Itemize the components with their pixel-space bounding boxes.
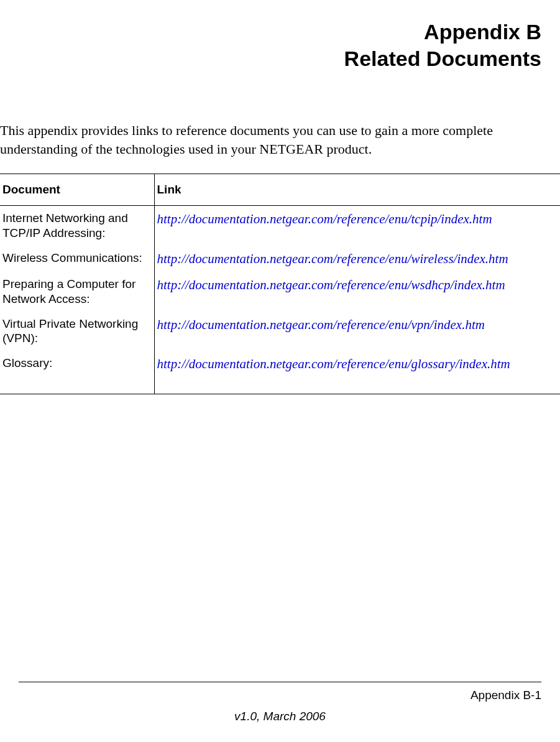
table-row: Glossary: http://documentation.netgear.c… <box>0 351 560 394</box>
doc-cell: Preparing a Computer for Network Access: <box>0 272 154 312</box>
link-cell[interactable]: http://documentation.netgear.com/referen… <box>154 312 560 351</box>
table-row: Wireless Communications: http://document… <box>0 246 560 272</box>
link-cell[interactable]: http://documentation.netgear.com/referen… <box>154 272 560 312</box>
table-row: Preparing a Computer for Network Access:… <box>0 272 560 312</box>
doc-cell: Virtual Private Networking (VPN): <box>0 312 154 351</box>
table-row: Internet Networking and TCP/IP Addressin… <box>0 206 560 246</box>
link-cell[interactable]: http://documentation.netgear.com/referen… <box>154 351 560 394</box>
footer-version: v1.0, March 2006 <box>19 710 541 723</box>
related-documents-table: Document Link Internet Networking and TC… <box>0 174 560 394</box>
page-heading: Appendix B Related Documents <box>0 19 560 72</box>
doc-cell: Glossary: <box>0 351 154 394</box>
page-footer: Appendix B-1 v1.0, March 2006 <box>0 682 560 723</box>
heading-line2: Related Documents <box>344 47 541 70</box>
intro-paragraph: This appendix provides links to referenc… <box>0 121 560 158</box>
doc-cell: Internet Networking and TCP/IP Addressin… <box>0 206 154 246</box>
link-cell[interactable]: http://documentation.netgear.com/referen… <box>154 206 560 246</box>
table-row: Virtual Private Networking (VPN): http:/… <box>0 312 560 351</box>
link-cell[interactable]: http://documentation.netgear.com/referen… <box>154 246 560 272</box>
table-header-document: Document <box>0 174 154 206</box>
doc-cell: Wireless Communications: <box>0 246 154 272</box>
footer-page-label: Appendix B-1 <box>19 682 541 702</box>
heading-line1: Appendix B <box>424 20 541 44</box>
table-header-link: Link <box>154 174 560 206</box>
